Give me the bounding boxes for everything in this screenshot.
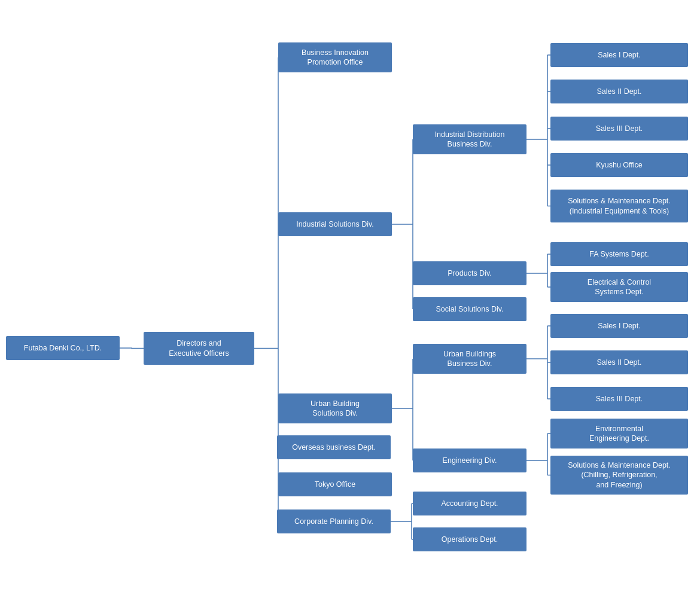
- operations: Operations Dept.: [413, 527, 526, 551]
- sales1_urban: Sales I Dept.: [550, 314, 688, 338]
- overseas: Overseas business Dept.: [277, 435, 391, 459]
- biz_innovation: Business InnovationPromotion Office: [278, 42, 392, 72]
- sales3_urban: Sales III Dept.: [550, 387, 688, 411]
- directors: Directors andExecutive Officers: [144, 332, 254, 365]
- kyushu: Kyushu Office: [550, 153, 688, 177]
- industrial_dist: Industrial DistributionBusiness Div.: [413, 124, 526, 154]
- sales3_ind: Sales III Dept.: [550, 117, 688, 141]
- sales2_ind: Sales II Dept.: [550, 80, 688, 103]
- org-chart: Futaba Denki Co., LTD.Directors andExecu…: [0, 0, 700, 598]
- sales1_ind: Sales I Dept.: [550, 43, 688, 67]
- electrical_control: Electrical & ControlSystems Dept.: [550, 272, 688, 302]
- sales2_urban: Sales II Dept.: [550, 350, 688, 374]
- products_div: Products Div.: [413, 261, 526, 285]
- solutions_maint_chilling: Solutions & Maintenance Dept.(Chilling, …: [550, 456, 688, 495]
- fa_systems: FA Systems Dept.: [550, 242, 688, 266]
- tokyo_office: Tokyo Office: [278, 472, 392, 496]
- urban_buildings_biz: Urban BuildingsBusiness Div.: [413, 344, 526, 374]
- corporate_planning: Corporate Planning Div.: [277, 509, 391, 533]
- social_solutions: Social Solutions Div.: [413, 297, 526, 321]
- industrial_solutions: Industrial Solutions Div.: [278, 212, 392, 236]
- accounting: Accounting Dept.: [413, 492, 526, 515]
- solutions_maint_ind: Solutions & Maintenance Dept.(Industrial…: [550, 190, 688, 222]
- environmental_eng: EnvironmentalEngineering Dept.: [550, 419, 688, 448]
- urban_building: Urban BuildingSolutions Div.: [278, 393, 392, 423]
- futaba: Futaba Denki Co., LTD.: [6, 336, 120, 360]
- engineering_div: Engineering Div.: [413, 448, 526, 472]
